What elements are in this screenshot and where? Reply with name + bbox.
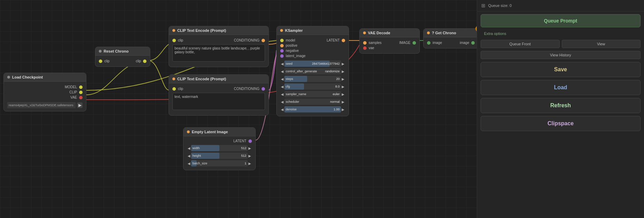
get-chrono-in-dot <box>427 41 430 45</box>
node-get-chrono: ? Get Chrono ? image image <box>423 28 477 48</box>
node-clip-text-top: CLIP Text Encode (Prompt) clip CONDITION… <box>169 26 269 67</box>
latent-out-dot <box>248 139 252 143</box>
node-vae-decode-title: VAE Decode <box>368 31 390 35</box>
scheduler-label: scheduler <box>286 100 330 103</box>
reset-clip-out-dot <box>143 60 146 63</box>
steps-arrow-right[interactable]: ▶ <box>341 77 345 81</box>
node-ksampler-header: KSampler <box>277 26 349 35</box>
scheduler-arrow-right[interactable]: ▶ <box>341 100 345 104</box>
node-empty-latent-title: Empty Latent Image <box>192 130 228 134</box>
node-clip-bottom-header: CLIP Text Encode (Prompt) <box>169 75 268 83</box>
control-label: control_after_generate <box>286 70 325 73</box>
node-dot <box>7 76 10 79</box>
width-label: width <box>192 146 241 150</box>
clipspace-button[interactable]: Clipspace <box>481 116 641 131</box>
height-arrow-right[interactable]: ▶ <box>248 154 252 158</box>
vae-port-label: VAE <box>70 96 77 99</box>
node-get-chrono-title: ? Get Chrono <box>432 31 456 35</box>
reset-clip-in-label: clip <box>104 59 110 63</box>
clip-bottom-out-label: CONDITIONING <box>234 87 259 91</box>
clip-top-out-dot <box>262 39 265 42</box>
refresh-button[interactable]: Refresh <box>481 98 641 113</box>
seed-value: 2847346641377942 <box>312 62 340 65</box>
seed-arrow-right[interactable]: ▶ <box>341 62 345 66</box>
clip-bottom-text[interactable]: text, watermark <box>172 93 265 110</box>
vae-image-out-label: IMAGE <box>399 41 410 45</box>
ks-latent-out-dot <box>342 39 345 42</box>
queue-size-row: ⊞ Queue size: 0 <box>477 0 644 11</box>
queue-front-button[interactable]: Queue Front <box>481 40 560 48</box>
node-dot-vae <box>363 31 366 34</box>
small-buttons-row: Queue Front View <box>477 38 644 49</box>
width-slider-row: ◀ width 512 ▶ <box>187 144 252 152</box>
vae-samples-label: samples <box>369 41 381 45</box>
node-dot-latent <box>187 130 190 133</box>
node-reset-chrono-title: Reset Chrono <box>104 49 129 53</box>
ks-model-in-dot <box>280 39 284 42</box>
node-reset-chrono-header: Reset Chrono <box>95 47 150 56</box>
cfg-value: 8.0 <box>335 85 340 88</box>
width-value: 512 <box>241 146 246 150</box>
control-arrow-right[interactable]: ▶ <box>341 70 345 73</box>
node-empty-latent: Empty Latent Image LATENT ◀ width 512 ▶ <box>183 127 256 170</box>
clip-port-dot <box>79 91 83 94</box>
steps-arrow-left[interactable]: ◀ <box>280 77 284 81</box>
denoise-arrow-left[interactable]: ◀ <box>280 108 284 111</box>
node-clip-top-header: CLIP Text Encode (Prompt) <box>169 26 268 35</box>
ks-latent-in-dot <box>280 54 284 58</box>
width-arrow-right[interactable]: ▶ <box>248 146 252 150</box>
scheduler-arrow-left[interactable]: ◀ <box>280 100 284 104</box>
steps-label: steps <box>286 77 336 81</box>
save-button[interactable]: Save <box>481 62 641 77</box>
denoise-arrow-right[interactable]: ▶ <box>341 108 345 111</box>
batch-arrow-left[interactable]: ◀ <box>187 162 191 165</box>
get-chrono-in-label: image <box>433 41 442 45</box>
cfg-arrow-right[interactable]: ▶ <box>341 85 345 89</box>
node-clip-text-bottom: CLIP Text Encode (Prompt) clip CONDITION… <box>169 74 269 116</box>
node-empty-latent-header: Empty Latent Image <box>183 128 255 136</box>
load-button[interactable]: Load <box>481 80 641 95</box>
sampler-arrow-right[interactable]: ▶ <box>341 92 345 96</box>
batch-arrow-right[interactable]: ▶ <box>248 162 252 165</box>
canvas-area: Load Checkpoint MODEL CLIP VAE <box>0 0 477 218</box>
steps-value: 20 <box>336 77 340 81</box>
seed-arrow-left[interactable]: ◀ <box>280 62 284 66</box>
sampler-arrow-left[interactable]: ◀ <box>280 92 284 96</box>
node-dot-clip-bottom <box>172 78 175 80</box>
node-load-checkpoint: Load Checkpoint MODEL CLIP VAE <box>3 73 86 111</box>
ks-negative-label: negative <box>286 49 299 53</box>
ks-model-label: model <box>286 38 295 42</box>
clip-top-out-label: CONDITIONING <box>234 38 259 42</box>
clip-bottom-in-label: clip <box>178 87 183 91</box>
node-get-chrono-header: ? Get Chrono ? <box>424 29 477 37</box>
node-ksampler: KSampler model LATENT positive <box>276 26 349 116</box>
node-dot-ksampler <box>280 29 283 32</box>
control-arrow-left[interactable]: ◀ <box>280 70 284 73</box>
extra-options-button[interactable]: Extra options <box>481 29 641 38</box>
view-history-row: View History <box>477 49 644 61</box>
clip-top-text[interactable]: beautiful scenery nature glass bottle la… <box>172 44 265 62</box>
model-port-dot <box>79 85 83 89</box>
clip-top-in-dot <box>172 39 176 42</box>
height-arrow-left[interactable]: ◀ <box>187 154 191 158</box>
ks-latent-in-label: latent_image <box>286 54 305 58</box>
batch-size-slider-row: ◀ batch_size 1 ▶ <box>187 160 252 167</box>
width-arrow-left[interactable]: ◀ <box>187 146 191 150</box>
view-button[interactable]: View <box>562 40 641 48</box>
vae-port-dot <box>79 96 83 99</box>
view-history-button[interactable]: View History <box>481 51 641 59</box>
batch-label: batch_size <box>192 162 245 165</box>
node-load-checkpoint-header: Load Checkpoint <box>4 73 86 82</box>
node-dot-get-chrono <box>427 31 430 34</box>
sampler-label: sampler_name <box>286 92 333 96</box>
reset-clip-out-label: clip <box>136 59 141 63</box>
queue-prompt-button[interactable]: Queue Prompt <box>481 14 641 27</box>
checkpoint-browse-btn[interactable]: ▶ <box>77 102 83 108</box>
cfg-arrow-left[interactable]: ◀ <box>280 85 284 89</box>
height-slider-row: ◀ height 512 ▶ <box>187 152 252 160</box>
control-value: randomize <box>325 70 340 73</box>
node-load-checkpoint-title: Load Checkpoint <box>12 75 43 79</box>
ks-latent-out-label: LATENT <box>326 38 340 42</box>
scheduler-value: normal <box>330 100 340 103</box>
reset-clip-in-dot <box>99 60 102 63</box>
